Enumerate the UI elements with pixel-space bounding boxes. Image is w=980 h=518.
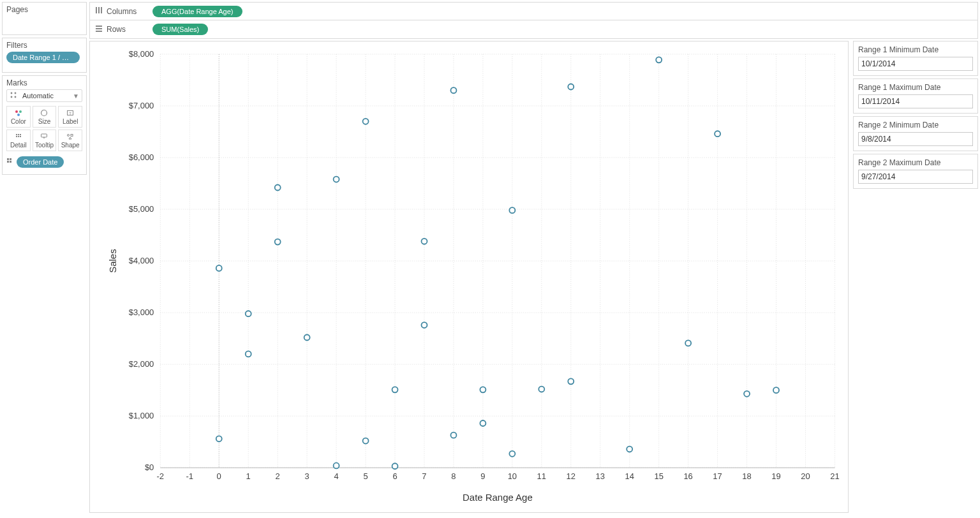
svg-point-3 — [15, 96, 17, 98]
marks-card: Marks Automatic ▼ Color Size — [2, 75, 87, 175]
svg-rect-23 — [96, 7, 97, 13]
mark-type-label: Automatic — [22, 92, 54, 100]
svg-text:10: 10 — [508, 471, 517, 481]
pages-title: Pages — [6, 5, 82, 14]
svg-text:$2,000: $2,000 — [129, 359, 154, 369]
svg-point-126 — [715, 131, 720, 137]
svg-text:7: 7 — [422, 471, 426, 481]
param-range1-max: Range 1 Maximum Date — [853, 78, 978, 114]
param-range1-min: Range 1 Minimum Date — [853, 41, 978, 76]
marks-color-button[interactable]: Color — [6, 106, 31, 128]
filters-card: Filters Date Range 1 / Date .. — [2, 38, 87, 73]
svg-point-112 — [421, 239, 427, 244]
marks-detail-button[interactable]: Detail — [6, 130, 31, 151]
svg-text:9: 9 — [480, 471, 485, 481]
rows-pill-sum-sales[interactable]: SUM(Sales) — [152, 24, 208, 35]
svg-text:18: 18 — [742, 471, 751, 481]
svg-point-118 — [509, 207, 515, 213]
param-range2-max: Range 2 Maximum Date — [853, 154, 978, 189]
svg-rect-21 — [7, 161, 9, 163]
marks-size-button[interactable]: Size — [33, 106, 57, 128]
shape-icon — [59, 133, 82, 142]
detail-pill-order-date[interactable]: Order Date — [17, 156, 64, 168]
svg-text:15: 15 — [654, 471, 663, 481]
svg-point-100 — [216, 436, 222, 441]
svg-point-121 — [568, 84, 574, 90]
svg-rect-18 — [71, 135, 73, 137]
rows-icon — [95, 25, 103, 34]
svg-rect-22 — [10, 161, 11, 163]
filter-pill-date-range[interactable]: Date Range 1 / Date .. — [6, 52, 80, 63]
detail-pill-icon — [6, 158, 14, 167]
svg-point-7 — [41, 110, 47, 116]
rows-label: Rows — [107, 25, 126, 34]
param-range1-max-input[interactable] — [858, 94, 973, 108]
marks-detail-label: Detail — [10, 142, 27, 149]
marks-tooltip-label: Tooltip — [35, 142, 54, 149]
marks-title: Marks — [6, 78, 82, 87]
param-range2-min: Range 2 Minimum Date — [853, 116, 978, 151]
svg-text:$6,000: $6,000 — [129, 152, 154, 162]
svg-text:4: 4 — [334, 471, 338, 481]
svg-rect-27 — [96, 28, 102, 29]
svg-text:21: 21 — [830, 471, 839, 481]
svg-text:$0: $0 — [145, 463, 154, 472]
svg-text:$4,000: $4,000 — [129, 256, 154, 265]
marks-label-button[interactable]: T Label — [58, 106, 82, 128]
svg-text:Sales: Sales — [107, 249, 118, 272]
svg-text:19: 19 — [771, 471, 780, 481]
svg-point-2 — [11, 96, 13, 98]
svg-point-127 — [744, 391, 750, 397]
svg-rect-16 — [41, 134, 47, 137]
svg-text:20: 20 — [801, 471, 810, 481]
svg-rect-20 — [10, 158, 11, 160]
svg-rect-14 — [18, 136, 19, 137]
svg-point-115 — [450, 433, 456, 438]
tooltip-icon — [33, 133, 56, 142]
size-icon — [33, 109, 56, 118]
svg-text:6: 6 — [392, 471, 397, 481]
label-icon: T — [59, 109, 82, 118]
svg-point-6 — [17, 114, 20, 116]
svg-point-108 — [363, 119, 369, 124]
columns-shelf[interactable]: Columns AGG(Date Range Age) — [90, 3, 977, 20]
automatic-shape-icon — [10, 91, 17, 100]
svg-text:17: 17 — [713, 471, 722, 481]
svg-point-128 — [773, 387, 779, 393]
columns-pill-agg-date-range-age[interactable]: AGG(Date Range Age) — [152, 6, 242, 17]
scatter-chart[interactable]: -2-10123456789101112131415161718192021$0… — [89, 41, 849, 513]
svg-point-120 — [538, 387, 544, 392]
marks-label-label: Label — [63, 118, 78, 125]
svg-point-99 — [216, 265, 222, 271]
svg-text:$7,000: $7,000 — [129, 101, 154, 110]
svg-point-123 — [627, 447, 632, 452]
pages-card: Pages — [2, 2, 87, 35]
marks-size-label: Size — [38, 118, 50, 125]
svg-point-124 — [656, 57, 662, 63]
svg-text:3: 3 — [305, 471, 309, 481]
chevron-down-icon: ▼ — [73, 93, 79, 100]
svg-rect-11 — [18, 134, 19, 135]
mark-type-dropdown[interactable]: Automatic ▼ — [6, 89, 82, 102]
marks-shape-button[interactable]: Shape — [58, 130, 82, 151]
svg-point-101 — [246, 311, 251, 316]
svg-point-122 — [568, 378, 574, 384]
svg-rect-15 — [20, 136, 21, 137]
rows-shelf[interactable]: Rows SUM(Sales) — [90, 20, 977, 38]
param-range2-min-input[interactable] — [858, 132, 973, 146]
filters-title: Filters — [6, 41, 82, 50]
svg-text:1: 1 — [246, 471, 251, 481]
marks-tooltip-button[interactable]: Tooltip — [33, 130, 57, 151]
svg-point-103 — [275, 185, 281, 191]
svg-point-107 — [334, 463, 339, 468]
svg-text:11: 11 — [537, 471, 546, 481]
svg-text:$3,000: $3,000 — [129, 307, 154, 317]
svg-point-114 — [450, 87, 456, 93]
svg-text:-2: -2 — [157, 471, 165, 481]
param-range2-max-input[interactable] — [858, 170, 973, 184]
param-range1-min-input[interactable] — [858, 57, 973, 71]
detail-icon — [7, 133, 30, 142]
svg-text:Date Range Age: Date Range Age — [463, 492, 533, 503]
svg-text:-1: -1 — [186, 471, 194, 481]
columns-icon — [95, 6, 103, 16]
